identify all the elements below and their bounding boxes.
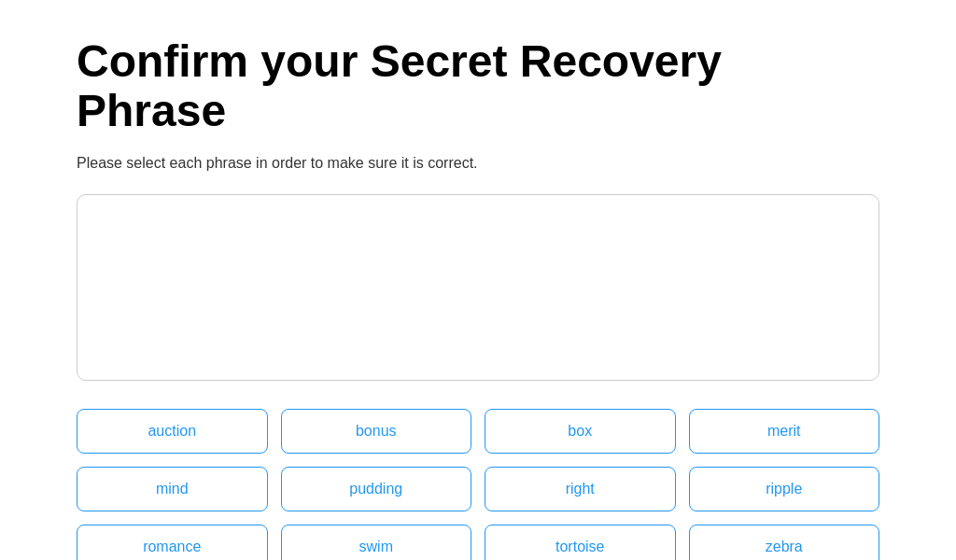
word-button-ripple[interactable]: ripple	[689, 467, 880, 511]
phrase-display-area	[77, 194, 879, 381]
page-title: Confirm your Secret Recovery Phrase	[77, 37, 879, 136]
word-button-pudding[interactable]: pudding	[281, 467, 472, 511]
page-container: Confirm your Secret Recovery Phrase Plea…	[77, 37, 879, 560]
word-button-bonus[interactable]: bonus	[281, 409, 472, 454]
word-button-merit[interactable]: merit	[689, 409, 880, 454]
page-subtitle: Please select each phrase in order to ma…	[77, 155, 879, 172]
word-grid: auctionbonusboxmeritmindpuddingrightripp…	[77, 409, 879, 560]
word-button-romance[interactable]: romance	[77, 525, 268, 560]
word-button-swim[interactable]: swim	[281, 525, 472, 560]
word-button-mind[interactable]: mind	[77, 467, 268, 511]
word-button-zebra[interactable]: zebra	[689, 525, 880, 560]
word-button-auction[interactable]: auction	[77, 409, 268, 454]
word-button-right[interactable]: right	[485, 467, 676, 511]
word-button-box[interactable]: box	[485, 409, 676, 454]
word-button-tortoise[interactable]: tortoise	[485, 525, 676, 560]
